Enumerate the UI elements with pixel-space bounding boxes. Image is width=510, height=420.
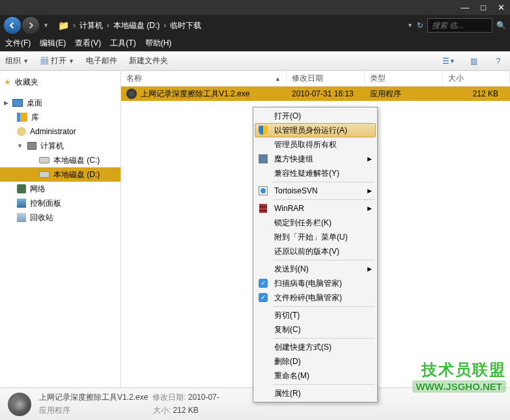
blank-icon [257, 246, 269, 257]
blank-icon [257, 342, 269, 352]
tree-item[interactable]: 本地磁盘 (D:) [0, 167, 120, 182]
context-item[interactable]: 还原以前的版本(V) [255, 244, 376, 259]
tree-label: 本地磁盘 (C:) [53, 155, 100, 166]
submenu-arrow-icon: ▶ [367, 205, 372, 212]
context-item[interactable]: TortoiseSVN▶ [255, 184, 376, 198]
context-separator [273, 338, 375, 339]
navigation-bar: ▼ 📁 › 计算机 › 本地磁盘 (D:) › 临时下载 ▼ ↻ 🔍 [0, 15, 510, 36]
preview-pane-icon[interactable]: ▥ [467, 55, 480, 68]
history-dropdown-icon[interactable]: ▼ [43, 22, 49, 29]
rar-icon [257, 203, 269, 214]
tree-label: 网络 [30, 184, 46, 195]
tree-item[interactable]: ▶桌面 [0, 96, 120, 110]
newfolder-button[interactable]: 新建文件夹 [129, 55, 168, 66]
network-icon [17, 184, 26, 193]
email-button[interactable]: 电子邮件 [86, 55, 117, 66]
context-item[interactable]: ✓文件粉碎(电脑管家) [255, 290, 376, 305]
submenu-arrow-icon: ▶ [367, 156, 372, 162]
tree-favorites[interactable]: ★ 收藏夹 [0, 75, 120, 89]
context-item-label: 剪切(T) [274, 310, 300, 321]
context-item[interactable]: ✓扫描病毒(电脑管家) [255, 276, 376, 290]
breadcrumb-segment[interactable]: 临时下载 [170, 20, 201, 31]
search-icon[interactable]: 🔍 [496, 21, 506, 30]
file-row[interactable]: 上网记录深度擦除工具V1.2.exe 2010-07-31 16:13 应用程序… [121, 87, 510, 101]
tree-item[interactable]: 回收站 [0, 210, 120, 225]
desktop-icon [12, 99, 23, 107]
context-item-label: 删除(D) [274, 356, 301, 367]
context-item[interactable]: 发送到(N)▶ [255, 262, 376, 276]
tree-label: 计算机 [40, 141, 64, 152]
blank-icon [257, 356, 269, 367]
context-item-label: TortoiseSVN [274, 186, 318, 195]
breadcrumb-segment[interactable]: 计算机 [79, 20, 103, 31]
context-item-label: 文件粉碎(电脑管家) [274, 292, 342, 303]
organize-button[interactable]: 组织 ▼ [5, 55, 29, 66]
toolbar: 组织 ▼ ▦ 打开 ▼ 电子邮件 新建文件夹 ☰ ▼ ▥ ? [0, 51, 510, 71]
menu-file[interactable]: 文件(F) [5, 38, 31, 49]
menu-help[interactable]: 帮助(H) [145, 38, 172, 49]
status-file-icon [8, 393, 31, 416]
context-item[interactable]: 打开(O) [255, 109, 376, 123]
navigation-tree: ★ 收藏夹 ▶桌面 库 Administrator ▼计算机 本地磁盘 (C:)… [0, 71, 121, 387]
menu-edit[interactable]: 编辑(E) [40, 38, 66, 49]
close-button[interactable]: ✕ [498, 3, 505, 12]
context-item[interactable]: 管理员取得所有权 [255, 137, 376, 152]
column-size[interactable]: 大小 [443, 71, 510, 86]
context-item[interactable]: 重命名(M) [255, 369, 376, 383]
context-item[interactable]: 剪切(T) [255, 308, 376, 322]
blank-icon [257, 217, 269, 228]
context-item-label: 打开(O) [274, 111, 301, 122]
back-button[interactable] [4, 17, 21, 34]
context-item-label: 兼容性疑难解答(Y) [274, 168, 339, 179]
minimize-button[interactable]: — [460, 3, 469, 12]
tree-label: Administrator [30, 127, 76, 136]
column-name[interactable]: 名称▲ [121, 71, 287, 86]
menu-tools[interactable]: 工具(T) [110, 38, 135, 49]
context-item[interactable]: 锁定到任务栏(K) [255, 216, 376, 230]
tree-item[interactable]: Administrator [0, 124, 120, 139]
tree-item[interactable]: 本地磁盘 (C:) [0, 153, 120, 167]
refresh-icon[interactable]: ↻ [417, 21, 423, 30]
context-item-label: 还原以前的版本(V) [274, 246, 339, 257]
user-icon [17, 127, 26, 136]
tree-item[interactable]: 控制面板 [0, 196, 120, 210]
tree-item[interactable]: 网络 [0, 182, 120, 196]
column-date[interactable]: 修改日期 [287, 71, 365, 86]
context-item[interactable]: 以管理员身份运行(A) [255, 123, 376, 137]
tree-item[interactable]: ▼计算机 [0, 139, 120, 153]
blank-icon [257, 111, 269, 121]
view-mode-icon[interactable]: ☰ ▼ [442, 55, 455, 68]
menu-view[interactable]: 查看(V) [75, 38, 101, 49]
svn-icon [257, 186, 269, 196]
column-type[interactable]: 类型 [365, 71, 443, 86]
search-input[interactable] [427, 18, 492, 33]
breadcrumb[interactable]: 📁 › 计算机 › 本地磁盘 (D:) › 临时下载 [53, 20, 406, 31]
context-item-label: 以管理员身份运行(A) [274, 125, 347, 136]
context-item-label: 创建快捷方式(S) [274, 342, 332, 353]
context-item[interactable]: 属性(R) [255, 386, 376, 400]
open-button[interactable]: ▦ 打开 ▼ [40, 55, 74, 66]
maximize-button[interactable]: □ [481, 3, 486, 12]
context-separator [273, 384, 375, 385]
context-item[interactable]: 创建快捷方式(S) [255, 340, 376, 354]
breadcrumb-segment[interactable]: 本地磁盘 (D:) [113, 20, 160, 31]
help-icon[interactable]: ? [492, 55, 505, 68]
blank-icon [257, 371, 269, 381]
tree-label: 库 [31, 112, 39, 123]
context-item[interactable]: 删除(D) [255, 354, 376, 369]
context-item[interactable]: WinRAR▶ [255, 201, 376, 216]
file-date: 2010-07-31 16:13 [287, 89, 365, 98]
context-item[interactable]: 魔方快捷组▶ [255, 152, 376, 166]
blank-icon [257, 388, 269, 399]
context-item[interactable]: 兼容性疑难解答(Y) [255, 166, 376, 180]
context-item-label: 复制(C) [274, 324, 301, 335]
cube-icon [257, 154, 269, 164]
column-headers: 名称▲ 修改日期 类型 大小 [121, 71, 510, 87]
shield-icon [257, 125, 269, 135]
forward-button[interactable] [22, 17, 39, 34]
tree-item[interactable]: 库 [0, 110, 120, 124]
file-name: 上网记录深度擦除工具V1.2.exe [141, 89, 249, 100]
context-item[interactable]: 附到「开始」菜单(U) [255, 230, 376, 244]
breadcrumb-dropdown-icon[interactable]: ▼ [407, 22, 413, 29]
context-item[interactable]: 复制(C) [255, 322, 376, 337]
